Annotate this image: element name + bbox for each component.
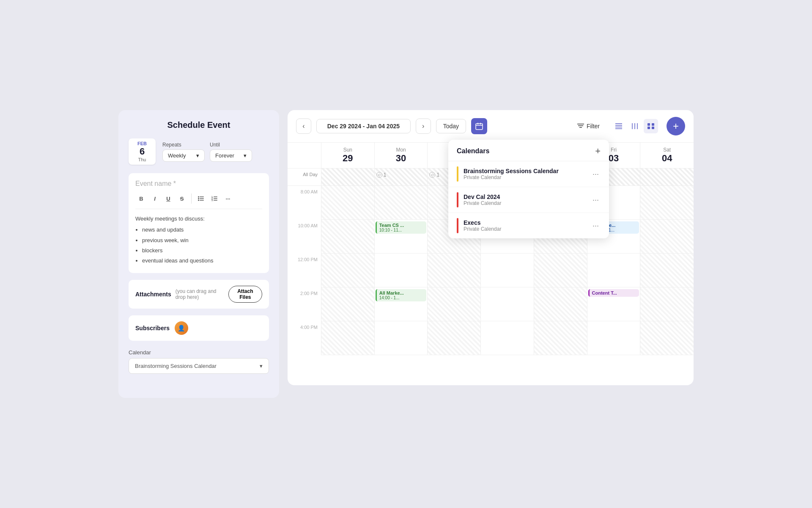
filter-button[interactable]: Filter <box>574 120 603 132</box>
more-options-button[interactable]: ··· <box>222 193 234 204</box>
cell-2pm-mon[interactable]: All Marke... 14:00 - 1... <box>375 287 428 321</box>
cell-4pm-sat[interactable] <box>640 321 694 355</box>
time-label-10am: 10:00 AM <box>288 220 321 254</box>
cell-10am-sat[interactable] <box>640 220 694 254</box>
cell-12pm-sat[interactable] <box>640 254 694 287</box>
col-header-mon: Mon 30 <box>375 143 428 168</box>
numbered-list-button[interactable]: 1.2.3. <box>208 193 220 204</box>
calendar-select[interactable]: Brainstorming Sessions Calendar ▾ <box>129 358 269 374</box>
calendar-field: Calendar Brainstorming Sessions Calendar… <box>129 349 269 374</box>
cal-info-brainstorming: Brainstorming Sessions Calendar Private … <box>464 168 586 180</box>
italic-button[interactable]: I <box>149 193 161 204</box>
cell-2pm-sun[interactable] <box>321 287 375 321</box>
bold-button[interactable]: B <box>135 193 147 204</box>
cell-2pm-thu[interactable] <box>534 287 587 321</box>
event-name-placeholder[interactable]: Event name * <box>135 180 262 188</box>
cal-color-bar-execs <box>457 218 458 233</box>
cell-10am-mon[interactable]: Team CS ... 10:10 - 11... <box>375 220 428 254</box>
cell-12pm-sun[interactable] <box>321 254 375 287</box>
cell-12pm-thu[interactable] <box>534 254 587 287</box>
cell-4pm-mon[interactable] <box>375 321 428 355</box>
cal-more-button-brainstorming[interactable]: ··· <box>591 168 601 180</box>
date-row: Feb 6 Thu Repeats Weekly ▾ Until Forever <box>129 138 269 165</box>
cal-name-devcal: Dev Cal 2024 <box>464 193 586 200</box>
bullet-list-button[interactable] <box>195 193 207 204</box>
until-select[interactable]: Forever ▾ <box>210 149 252 162</box>
cal-type-brainstorming: Private Calendar <box>464 174 586 180</box>
cell-4pm-tue[interactable] <box>428 321 481 355</box>
cell-10am-sun[interactable] <box>321 220 375 254</box>
time-label-12pm: 12:00 PM <box>288 254 321 287</box>
svg-rect-27 <box>652 123 654 126</box>
subscriber-avatar: 👤 <box>175 321 188 335</box>
cell-8am-sun[interactable] <box>321 186 375 220</box>
cell-12pm-tue[interactable] <box>428 254 481 287</box>
time-label-4pm: 4:00 PM <box>288 321 321 355</box>
strikethrough-button[interactable]: S <box>176 193 188 204</box>
svg-rect-1 <box>200 197 204 198</box>
list-view-button[interactable] <box>612 119 626 133</box>
today-button[interactable]: Today <box>436 119 466 133</box>
time-row-12pm: 12:00 PM <box>288 254 694 287</box>
allday-cell-sat <box>640 168 694 185</box>
calendar-item-execs: Execs Private Calendar ··· <box>448 213 609 238</box>
cal-name-brainstorming: Brainstorming Sessions Calendar <box>464 168 586 174</box>
cal-more-button-devcal[interactable]: ··· <box>591 194 601 206</box>
formatting-toolbar: B I U S 1.2.3. ··· <box>135 193 262 209</box>
dow-sat: Sat <box>644 147 690 153</box>
col-header-sun: Sun 29 <box>321 143 375 168</box>
event-chip-contentt[interactable]: Content T... <box>588 289 639 297</box>
cal-more-button-execs[interactable]: ··· <box>591 220 601 232</box>
svg-point-0 <box>198 196 199 198</box>
next-nav-button[interactable]: › <box>416 119 431 134</box>
time-row-4pm: 4:00 PM <box>288 321 694 355</box>
cell-12pm-mon[interactable] <box>375 254 428 287</box>
svg-rect-11 <box>214 200 217 201</box>
schedule-title: Schedule Event <box>129 120 269 130</box>
week-view-button[interactable] <box>628 119 642 133</box>
calendar-view-icon-button[interactable] <box>471 118 487 134</box>
calendar-panel: ‹ Dec 29 2024 - Jan 04 2025 › Today Filt… <box>288 110 694 385</box>
cell-12pm-wed[interactable] <box>481 254 534 287</box>
cal-info-devcal: Dev Cal 2024 Private Calendar <box>464 193 586 206</box>
cell-2pm-fri[interactable]: Content T... <box>587 287 641 321</box>
cal-name-execs: Execs <box>464 219 586 226</box>
event-chip-allmarke[interactable]: All Marke... 14:00 - 1... <box>376 289 427 301</box>
dow-mon: Mon <box>378 147 424 153</box>
date-month: Feb <box>134 141 151 146</box>
attach-files-button[interactable]: Attach Files <box>228 286 262 303</box>
cell-2pm-tue[interactable] <box>428 287 481 321</box>
cell-4pm-wed[interactable] <box>481 321 534 355</box>
cell-4pm-sun[interactable] <box>321 321 375 355</box>
repeats-select[interactable]: Weekly ▾ <box>162 149 205 162</box>
time-label-2pm: 2:00 PM <box>288 287 321 321</box>
cal-color-bar-devcal <box>457 192 458 207</box>
event-item: eventual ideas and questions <box>142 256 262 265</box>
cell-8am-sat[interactable] <box>640 186 694 220</box>
cell-2pm-wed[interactable] <box>481 287 534 321</box>
grid-view-button[interactable] <box>644 119 658 133</box>
svg-rect-12 <box>476 124 483 130</box>
calendar-select-value: Brainstorming Sessions Calendar <box>135 363 217 369</box>
add-event-button[interactable]: + <box>667 117 685 135</box>
time-label-8am: 8:00 AM <box>288 186 321 220</box>
dow-sun: Sun <box>325 147 371 153</box>
calendars-add-button[interactable]: + <box>595 146 601 156</box>
date-range-display: Dec 29 2024 - Jan 04 2025 <box>316 119 411 133</box>
cell-12pm-fri[interactable] <box>587 254 641 287</box>
event-chip-teamcs[interactable]: Team CS ... 10:10 - 11... <box>376 221 427 234</box>
cal-type-execs: Private Calendar <box>464 226 586 232</box>
attachments-row: Attachments (you can drag and drop here)… <box>129 280 269 309</box>
cell-8am-mon[interactable] <box>375 186 428 220</box>
cell-2pm-sat[interactable] <box>640 287 694 321</box>
event-intro: Weekly meetings to discuss: <box>135 214 262 224</box>
attachments-label: Attachments <box>135 291 171 298</box>
cell-4pm-thu[interactable] <box>534 321 587 355</box>
event-item: previous week, win <box>142 236 262 245</box>
subscribers-row: Subscribers 👤 <box>129 315 269 341</box>
prev-nav-button[interactable]: ‹ <box>296 119 311 134</box>
underline-button[interactable]: U <box>162 193 174 204</box>
cell-4pm-fri[interactable] <box>587 321 641 355</box>
cal-info-execs: Execs Private Calendar <box>464 219 586 232</box>
svg-text:3.: 3. <box>211 199 214 201</box>
